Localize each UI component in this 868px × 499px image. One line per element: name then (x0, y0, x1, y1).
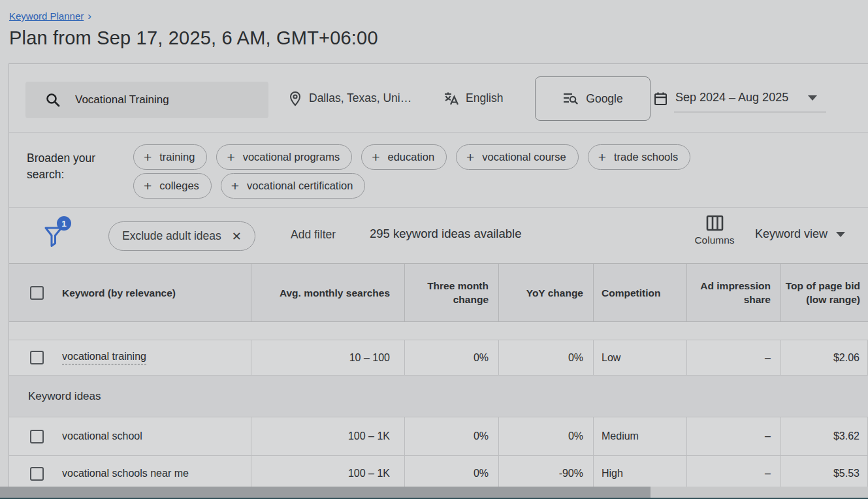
broaden-chip-row-1: training vocational programs education v… (133, 144, 690, 170)
date-range-selector[interactable]: Sep 2024 – Aug 2025 (654, 64, 826, 133)
horizontal-scrollbar[interactable] (0, 487, 868, 498)
cell-avg: 100 – 1K (348, 430, 390, 442)
cell-ad-share: – (765, 430, 771, 442)
header-ad-impression-share: Ad impression share (687, 279, 771, 306)
keyword-link[interactable]: vocational training (62, 351, 146, 364)
cell-competition: Low (602, 352, 620, 364)
header-avg-monthly-searches: Avg. monthly searches (280, 286, 390, 300)
chevron-right-icon (88, 10, 91, 22)
calendar-icon (654, 91, 667, 106)
chip-add-vocational-programs[interactable]: vocational programs (216, 144, 352, 170)
row-checkbox[interactable] (30, 467, 44, 481)
breadcrumb-keyword-planner-link[interactable]: Keyword Planner (9, 10, 84, 22)
table-row: vocational school 100 – 1K 0% 0% Medium … (9, 417, 868, 456)
broaden-chip-row-2: colleges vocational certification (133, 173, 365, 199)
plus-icon (598, 150, 606, 164)
chevron-down-icon (808, 95, 817, 101)
plan-toolbar: Vocational Training Dallas, Texas, Uni… … (9, 64, 868, 133)
header-top-of-page-bid: Top of page bid (low range) (781, 279, 860, 306)
chip-label: training (159, 151, 195, 163)
broaden-search-section: Broaden your search: training vocational… (9, 133, 868, 208)
chip-label: trade schools (614, 151, 678, 163)
add-filter-button[interactable]: Add filter (291, 228, 336, 242)
columns-button[interactable]: Columns (675, 215, 754, 246)
cell-ad-share: – (765, 352, 771, 364)
exclude-adult-ideas-chip[interactable]: Exclude adult ideas (108, 221, 255, 251)
search-icon (45, 92, 61, 108)
plus-icon (231, 179, 239, 193)
keyword-view-label: Keyword view (755, 227, 828, 241)
keyword-view-dropdown[interactable]: Keyword view (755, 227, 845, 241)
cell-yoy: 0% (568, 430, 583, 442)
cell-bid: $5.53 (833, 468, 860, 479)
scrollbar-thumb[interactable] (0, 487, 651, 498)
translate-icon (443, 91, 459, 106)
chevron-down-icon (836, 232, 845, 237)
cell-three-month: 0% (474, 430, 489, 442)
chip-add-education[interactable]: education (361, 144, 447, 170)
plus-icon (466, 150, 474, 164)
header-yoy-change: YoY change (526, 286, 583, 300)
plus-icon (144, 179, 152, 193)
filter-funnel-button[interactable]: 1 (44, 216, 71, 249)
chip-add-trade-schools[interactable]: trade schools (588, 144, 690, 170)
broaden-search-label: Broaden your search: (27, 150, 125, 183)
plus-icon (227, 150, 234, 164)
network-value: Google (586, 92, 622, 106)
columns-icon (706, 215, 724, 231)
keyword-ideas-section-header: Keyword ideas (9, 376, 868, 417)
filter-count-badge: 1 (57, 216, 71, 231)
plan-panel: Vocational Training Dallas, Texas, Uni… … (8, 63, 868, 499)
cell-ad-share: – (765, 468, 771, 479)
chip-label: education (388, 151, 435, 163)
page-title: Plan from Sep 17, 2025, 6 AM, GMT+06:00 (9, 27, 378, 49)
table-header-row: Keyword (by relevance) Avg. monthly sear… (9, 263, 868, 322)
close-icon[interactable] (232, 231, 242, 242)
chip-add-training[interactable]: training (133, 144, 207, 170)
location-selector[interactable]: Dallas, Texas, Uni… (288, 64, 411, 133)
cell-bid: $3.62 (833, 430, 860, 442)
cell-three-month: 0% (474, 468, 489, 479)
filter-bar: 1 Exclude adult ideas Add filter 295 key… (9, 208, 868, 263)
cell-yoy: -90% (559, 468, 583, 479)
select-all-checkbox[interactable] (30, 286, 44, 300)
language-value: English (466, 91, 503, 105)
location-value: Dallas, Texas, Uni… (309, 91, 411, 105)
header-competition: Competition (602, 286, 660, 300)
language-selector[interactable]: English (443, 64, 503, 133)
cell-competition: Medium (602, 430, 639, 442)
network-selector-button[interactable]: Google (535, 76, 651, 121)
keyword-text[interactable]: vocational school (62, 430, 142, 442)
keyword-search-input[interactable]: Vocational Training (25, 82, 268, 118)
keyword-planner-screen: Keyword Planner Plan from Sep 17, 2025, … (0, 0, 868, 499)
header-keyword: Keyword (by relevance) (62, 286, 176, 300)
columns-label: Columns (675, 234, 754, 246)
search-value: Vocational Training (75, 93, 169, 106)
chip-add-vocational-course[interactable]: vocational course (456, 144, 579, 170)
chip-label: vocational course (482, 151, 566, 163)
location-pin-icon (288, 91, 302, 106)
section-label: Keyword ideas (28, 390, 101, 403)
cell-bid: $2.06 (833, 352, 860, 364)
chip-label: vocational certification (247, 180, 353, 192)
row-checkbox[interactable] (30, 430, 44, 443)
chip-add-colleges[interactable]: colleges (133, 173, 212, 199)
cell-avg: 100 – 1K (348, 468, 390, 479)
keyword-text[interactable]: vocational schools near me (62, 468, 189, 479)
chip-label: vocational programs (243, 151, 340, 163)
row-checkbox[interactable] (30, 351, 44, 364)
exclude-chip-label: Exclude adult ideas (122, 229, 221, 243)
cell-yoy: 0% (568, 352, 583, 364)
cell-avg: 10 – 100 (349, 352, 390, 364)
table-gap-band (9, 323, 868, 340)
date-range-value: Sep 2024 – Aug 2025 (675, 91, 788, 105)
chip-add-vocational-certification[interactable]: vocational certification (221, 173, 366, 199)
header-three-month-change: Three month change (405, 279, 489, 306)
chip-label: colleges (159, 180, 199, 192)
table-row: vocational training 10 – 100 0% 0% Low –… (9, 340, 868, 376)
breadcrumb: Keyword Planner (9, 10, 91, 22)
plus-icon (372, 150, 379, 164)
cell-three-month: 0% (474, 352, 489, 364)
cell-competition: High (602, 468, 623, 479)
keyword-ideas-count: 295 keyword ideas available (370, 227, 521, 241)
